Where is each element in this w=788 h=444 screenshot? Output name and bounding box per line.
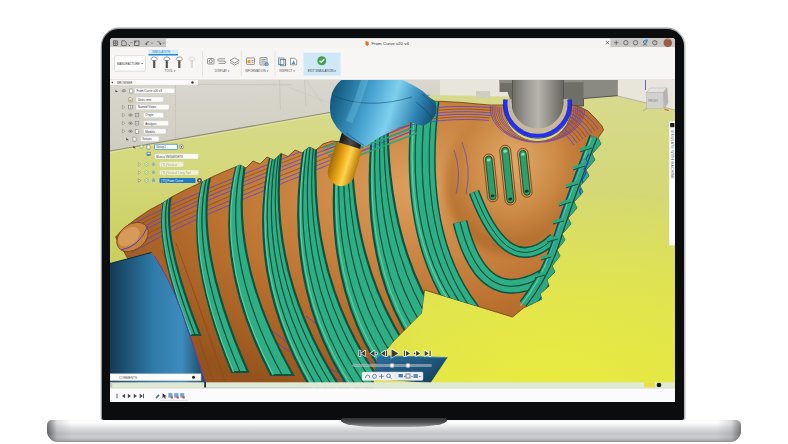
svg-text:Setups: Setups [142,137,152,141]
svg-text:Setup1: Setup1 [156,145,166,149]
svg-text:DISPLAY ▾: DISPLAY ▾ [215,69,230,73]
svg-text:[T1] Vertical: [T1] Vertical [161,163,177,167]
svg-text:SIMULATION: SIMULATION [152,50,170,54]
svg-text:From Curve v20 v3: From Curve v20 v3 [137,89,163,93]
svg-text:COMMENTS: COMMENTS [119,376,137,380]
svg-text:Munco VM30685RTS: Munco VM30685RTS [156,155,183,159]
svg-text:BROWSER: BROWSER [117,81,133,85]
svg-text:FRONT: FRONT [648,99,658,103]
svg-text:Models: Models [145,130,155,134]
svg-text:INFORMATION ▾: INFORMATION ▾ [245,69,269,73]
svg-text:Units: mm: Units: mm [138,98,152,102]
svg-text:INSPECT ▾: INSPECT ▾ [279,69,295,73]
svg-text:From Curve v20 v4: From Curve v20 v4 [372,41,410,46]
svg-text:[T1] From Curve: [T1] From Curve [161,179,183,183]
svg-text:Named Views: Named Views [138,105,157,109]
svg-text:Origin: Origin [145,113,153,117]
svg-text:TOOL ▾: TOOL ▾ [165,69,176,73]
svg-text:SIMULATE WITH MACHINE: SIMULATE WITH MACHINE [670,130,674,180]
svg-text:[T1] Vertical Long Tool: [T1] Vertical Long Tool [161,171,191,175]
svg-text:Analysis: Analysis [145,122,157,126]
svg-text:MANUFACTURE: MANUFACTURE [117,62,140,66]
svg-text:EXIT SIMULATION ▾: EXIT SIMULATION ▾ [308,69,336,73]
